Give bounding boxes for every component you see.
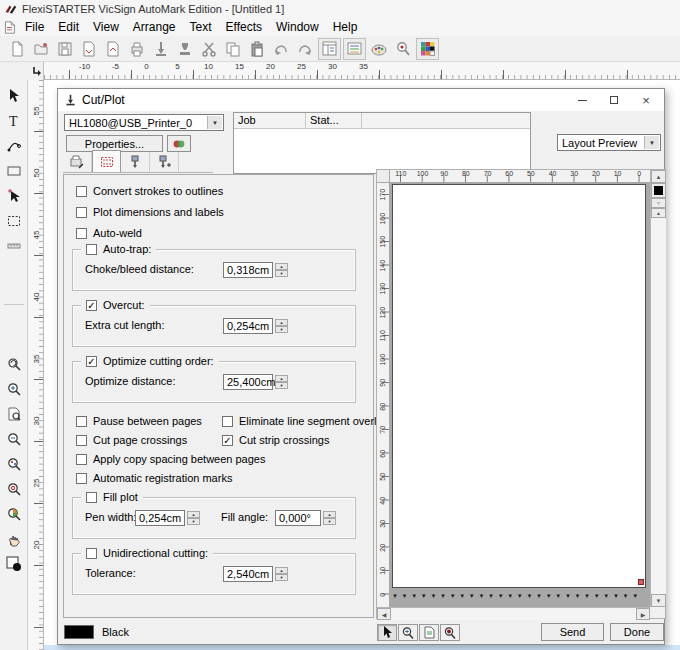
nudge-down-button[interactable]: ▼ (651, 198, 666, 208)
menu-file[interactable]: File (18, 19, 51, 35)
scroll-track[interactable] (651, 218, 666, 594)
fill-stroke-editor-icon[interactable] (343, 38, 366, 60)
done-button[interactable]: Done (610, 623, 664, 641)
tolerance-value[interactable]: 2,540cm (223, 566, 273, 582)
cut-icon[interactable] (197, 37, 221, 61)
pause-between-pages-checkbox[interactable] (76, 416, 87, 427)
zoom-selection-icon[interactable] (2, 451, 26, 476)
paste-icon[interactable] (245, 37, 269, 61)
spin-down-button[interactable]: ▼ (275, 270, 288, 277)
spin-down-button[interactable]: ▼ (275, 574, 288, 581)
preview-select-arrow-icon[interactable] (377, 624, 397, 641)
stamp-icon[interactable] (173, 37, 197, 61)
spin-up-button[interactable]: ▲ (275, 319, 288, 326)
zoom-in-icon[interactable] (2, 376, 26, 401)
redo-icon[interactable] (293, 37, 317, 61)
plot-dimensions-checkbox[interactable] (76, 207, 87, 218)
preview-zoom-in-icon[interactable] (398, 624, 418, 641)
pause-between-pages-label[interactable]: Pause between pages (93, 415, 202, 427)
marquee-select-icon[interactable] (2, 208, 26, 233)
spin-down-button[interactable]: ▼ (323, 518, 336, 525)
scroll-down-button[interactable]: ▼ (651, 594, 666, 607)
apply-copy-spacing-checkbox[interactable] (76, 454, 87, 465)
auto-weld-label[interactable]: Auto-weld (93, 227, 142, 239)
nudge-up-button[interactable]: ▲ (651, 208, 666, 218)
color-swatch[interactable] (64, 625, 94, 639)
scroll-right-button[interactable]: ▶ (636, 608, 650, 620)
extra-cut-length-value[interactable]: 0,254cm (223, 318, 273, 334)
color-profile-button[interactable] (167, 135, 191, 152)
menu-effects[interactable]: Effects (219, 19, 269, 35)
fill-plot-checkbox[interactable] (86, 492, 97, 503)
text-tool-icon[interactable]: T (2, 108, 26, 133)
print-icon[interactable] (125, 37, 149, 61)
chevron-down-icon[interactable]: ▼ (207, 116, 222, 129)
auto-registration-marks-checkbox[interactable] (76, 473, 87, 484)
eliminate-overlap-label[interactable]: Eliminate line segment overlap (239, 415, 389, 427)
optimize-distance-value[interactable]: 25,400cm (223, 374, 273, 390)
zoom-out-icon[interactable] (2, 426, 26, 451)
cut-strip-crossings-label[interactable]: Cut strip crossings (239, 434, 329, 446)
select-arrow-icon[interactable] (2, 83, 26, 108)
apply-copy-spacing-label[interactable]: Apply copy spacing between pages (93, 453, 265, 465)
cut-page-crossings-label[interactable]: Cut page crossings (93, 434, 187, 446)
fill-angle-value[interactable]: 0,000° (275, 510, 321, 526)
menu-text[interactable]: Text (183, 19, 219, 35)
overcut-label[interactable]: Overcut: (103, 299, 145, 311)
swatch-table-icon[interactable] (416, 38, 439, 60)
send-button[interactable]: Send (541, 623, 604, 641)
zoom-red-icon[interactable] (2, 476, 26, 501)
maximize-button[interactable] (598, 89, 630, 111)
cut-strip-crossings-checkbox[interactable]: ✓ (222, 435, 233, 446)
new-document-icon[interactable] (5, 37, 29, 61)
preview-mode-select[interactable]: Layout Preview ▼ (557, 134, 661, 151)
unidirectional-checkbox[interactable] (86, 548, 97, 559)
spin-up-button[interactable]: ▲ (187, 511, 200, 518)
color-name[interactable]: Black (102, 626, 129, 638)
auto-registration-marks-label[interactable]: Automatic registration marks (93, 472, 232, 484)
optimize-cutting-order-label[interactable]: Optimize cutting order: (103, 355, 214, 367)
fill-swatch-icon[interactable] (2, 551, 26, 576)
convert-strokes-checkbox[interactable] (76, 186, 87, 197)
scroll-track[interactable] (391, 608, 636, 620)
spin-up-button[interactable]: ▲ (323, 511, 336, 518)
zoom-tools-icon[interactable] (391, 37, 415, 61)
tab-advanced-options[interactable] (150, 152, 179, 172)
menu-arrange[interactable]: Arrange (126, 19, 183, 35)
copy-icon[interactable] (221, 37, 245, 61)
auto-weld-checkbox[interactable] (76, 228, 87, 239)
fill-plot-label[interactable]: Fill plot (103, 491, 138, 503)
zoom-page-icon[interactable] (2, 401, 26, 426)
overcut-checkbox[interactable]: ✓ (86, 300, 97, 311)
spin-down-button[interactable]: ▼ (275, 326, 288, 333)
scroll-left-button[interactable]: ◀ (377, 608, 391, 620)
open-icon[interactable] (29, 37, 53, 61)
minimize-button[interactable] (566, 89, 598, 111)
cut-plot-icon[interactable] (149, 37, 173, 61)
zoom-previous-icon[interactable] (2, 351, 26, 376)
rectangle-tool-icon[interactable] (2, 158, 26, 183)
spin-down-button[interactable]: ▼ (275, 382, 288, 389)
menu-window[interactable]: Window (269, 19, 326, 35)
pen-width-value[interactable]: 0,254cm (135, 510, 185, 526)
color-mixer-icon[interactable] (367, 37, 391, 61)
tab-panel[interactable] (92, 150, 121, 172)
import-icon[interactable] (77, 37, 101, 61)
auto-trap-label[interactable]: Auto-trap: (103, 243, 151, 255)
preview-zoom-red-icon[interactable] (440, 624, 460, 641)
job-column-header[interactable]: Job (234, 113, 306, 128)
pan-hand-icon[interactable] (2, 526, 26, 551)
preview-page-icon[interactable] (419, 624, 439, 641)
spin-up-button[interactable]: ▲ (275, 375, 288, 382)
undo-icon[interactable] (269, 37, 293, 61)
weed-tool-icon[interactable] (2, 183, 26, 208)
tab-general-settings[interactable] (63, 152, 92, 172)
convert-strokes-label[interactable]: Convert strokes to outlines (93, 185, 223, 197)
chevron-down-icon[interactable]: ▼ (644, 136, 659, 149)
job-list[interactable]: Job Stat... (233, 112, 531, 174)
menu-view[interactable]: View (86, 19, 126, 35)
menu-help[interactable]: Help (326, 19, 365, 35)
scroll-color-button[interactable] (651, 183, 666, 198)
auto-trap-checkbox[interactable] (86, 244, 97, 255)
printer-select[interactable]: HL1080@USB_Printer_0 ▼ (64, 114, 224, 131)
